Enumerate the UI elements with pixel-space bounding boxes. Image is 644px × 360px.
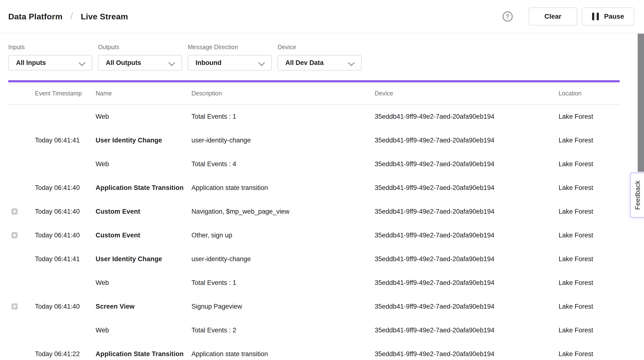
pause-button-label: Pause [604, 12, 624, 20]
help-icon[interactable]: ? [502, 11, 513, 21]
cell-event-timestamp: Today 06:41:40 [26, 208, 96, 215]
expand-row-button[interactable] [12, 232, 18, 238]
pause-button[interactable]: Pause [582, 7, 634, 25]
inputs-select-value: All Inputs [16, 59, 46, 67]
cell-location: Lake Forest [558, 208, 620, 215]
topbar: Data Platform / Live Stream ? Clear Paus… [0, 0, 644, 33]
table-top-accent-bar [8, 80, 620, 82]
cell-event-timestamp: Today 06:41:40 [26, 303, 96, 310]
breadcrumb: Data Platform / Live Stream [8, 11, 128, 22]
chevron-down-icon [349, 59, 354, 64]
table-row: Today 06:41:40Custom EventOther, sign up… [8, 223, 620, 247]
expand-row-button[interactable] [12, 303, 18, 310]
cell-description: Application state transition [192, 184, 375, 192]
filter-outputs-label: Outputs [98, 44, 182, 51]
header-description: Description [192, 90, 375, 97]
feedback-tab-label: Feedback [634, 180, 642, 210]
cell-device: 35eddb41-9ff9-49e2-7aed-20afa90eb194 [375, 160, 558, 168]
live-stream-page: Data Platform / Live Stream ? Clear Paus… [0, 0, 644, 360]
cell-description: Total Events : 1 [192, 113, 375, 120]
cell-device: 35eddb41-9ff9-49e2-7aed-20afa90eb194 [375, 208, 558, 215]
table-row: Today 06:41:40Custom EventNavigation, $m… [8, 200, 620, 223]
cell-name: Web [96, 279, 192, 287]
cell-expand [8, 232, 26, 238]
events-table: Event Timestamp Name Description Device … [8, 82, 620, 360]
cell-description: user-identity-change [192, 137, 375, 144]
cell-event-timestamp: Today 06:41:41 [26, 255, 96, 263]
table-header-row: Event Timestamp Name Description Device … [8, 82, 620, 105]
table-row: Today 06:41:22Application State Transiti… [8, 342, 620, 360]
cell-device: 35eddb41-9ff9-49e2-7aed-20afa90eb194 [375, 113, 558, 120]
chevron-down-icon [259, 59, 264, 64]
table-row: WebTotal Events : 435eddb41-9ff9-49e2-7a… [8, 152, 620, 176]
breadcrumb-item-data-platform[interactable]: Data Platform [8, 12, 62, 21]
cell-description: Other, sign up [192, 232, 375, 239]
filter-message-direction-label: Message Direction [188, 44, 272, 51]
device-select-value: All Dev Data [285, 59, 324, 67]
cell-location: Lake Forest [558, 113, 620, 120]
clear-button[interactable]: Clear [529, 7, 577, 25]
cell-name: User Identity Change [96, 255, 192, 263]
cell-device: 35eddb41-9ff9-49e2-7aed-20afa90eb194 [375, 255, 558, 263]
filter-outputs: Outputs All Outputs [98, 44, 182, 70]
cell-location: Lake Forest [558, 137, 620, 144]
device-select[interactable]: All Dev Data [278, 55, 362, 70]
table-row: Today 06:41:40Application State Transiti… [8, 176, 620, 200]
filters-bar: Inputs All Inputs Outputs All Outputs Me… [0, 33, 644, 70]
cell-location: Lake Forest [558, 184, 620, 192]
cell-event-timestamp: Today 06:41:22 [26, 350, 96, 358]
vertical-scrollbar-thumb[interactable] [638, 34, 644, 172]
breadcrumb-separator: / [70, 11, 73, 21]
cell-name: Application State Transition [96, 184, 192, 192]
chevron-down-icon [80, 59, 85, 64]
cell-description: Total Events : 1 [192, 279, 375, 287]
cell-location: Lake Forest [558, 350, 620, 358]
topbar-actions: ? Clear Pause [502, 7, 634, 25]
cell-device: 35eddb41-9ff9-49e2-7aed-20afa90eb194 [375, 303, 558, 310]
cell-description: user-identity-change [192, 255, 375, 263]
cell-event-timestamp: Today 06:41:41 [26, 137, 96, 144]
cell-name: Custom Event [96, 232, 192, 239]
cell-event-timestamp: Today 06:41:40 [26, 232, 96, 239]
chevron-down-icon [169, 59, 175, 64]
filter-inputs: Inputs All Inputs [8, 44, 92, 70]
cell-location: Lake Forest [558, 327, 620, 334]
cell-expand [8, 303, 26, 310]
message-direction-select[interactable]: Inbound [188, 55, 272, 70]
message-direction-select-value: Inbound [196, 59, 221, 67]
cell-device: 35eddb41-9ff9-49e2-7aed-20afa90eb194 [375, 350, 558, 358]
cell-name: Screen View [96, 303, 192, 310]
cell-device: 35eddb41-9ff9-49e2-7aed-20afa90eb194 [375, 184, 558, 192]
header-location: Location [558, 90, 620, 97]
expand-row-button[interactable] [12, 208, 18, 215]
outputs-select-value: All Outputs [106, 59, 141, 67]
table-row: WebTotal Events : 135eddb41-9ff9-49e2-7a… [8, 271, 620, 295]
cell-name: Application State Transition [96, 350, 192, 358]
filter-device-label: Device [278, 44, 362, 51]
breadcrumb-item-live-stream: Live Stream [81, 12, 128, 21]
table-row: Today 06:41:40Screen ViewSignup Pageview… [8, 295, 620, 318]
filter-device: Device All Dev Data [278, 44, 362, 70]
cell-name: Web [96, 113, 192, 120]
cell-name: Custom Event [96, 208, 192, 215]
header-name: Name [96, 90, 192, 97]
cell-description: Total Events : 4 [192, 160, 375, 168]
cell-device: 35eddb41-9ff9-49e2-7aed-20afa90eb194 [375, 232, 558, 239]
filter-message-direction: Message Direction Inbound [188, 44, 272, 70]
outputs-select[interactable]: All Outputs [98, 55, 182, 70]
header-device: Device [375, 90, 558, 97]
cell-description: Total Events : 2 [192, 327, 375, 334]
table-row: Today 06:41:41User Identity Changeuser-i… [8, 247, 620, 271]
feedback-tab[interactable]: Feedback [630, 173, 644, 218]
table-row: WebTotal Events : 235eddb41-9ff9-49e2-7a… [8, 318, 620, 342]
cell-name: Web [96, 327, 192, 334]
cell-expand [8, 208, 26, 215]
cell-device: 35eddb41-9ff9-49e2-7aed-20afa90eb194 [375, 327, 558, 334]
inputs-select[interactable]: All Inputs [8, 55, 92, 70]
cell-name: Web [96, 160, 192, 168]
filter-inputs-label: Inputs [8, 44, 92, 51]
cell-name: User Identity Change [96, 137, 192, 144]
cell-description: Signup Pageview [192, 303, 375, 310]
cell-location: Lake Forest [558, 303, 620, 310]
cell-location: Lake Forest [558, 160, 620, 168]
